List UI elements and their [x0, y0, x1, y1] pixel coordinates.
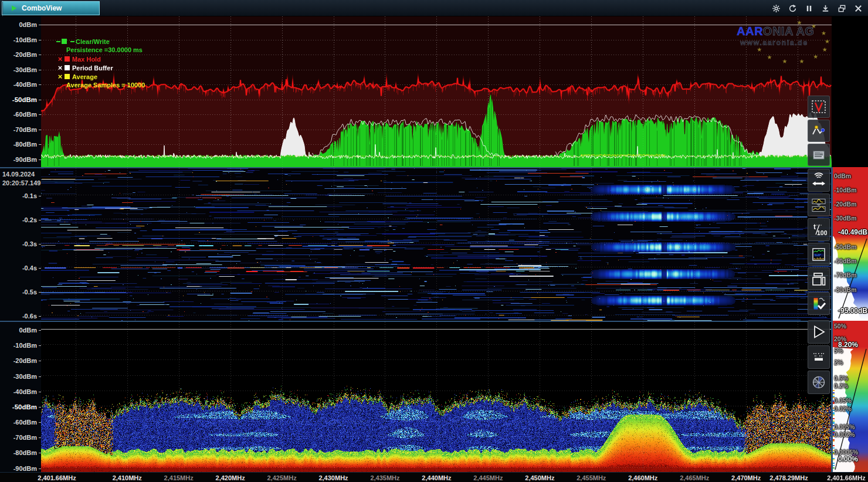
rf-span-button[interactable] — [808, 169, 830, 192]
legend-item-clear-write[interactable]: Clear/Write — [56, 37, 145, 46]
colorbar-tick-label: -50dBm — [834, 243, 857, 250]
waterfall-plot[interactable] — [41, 168, 832, 321]
play-icon — [811, 324, 827, 340]
colorbar-tick-label: 0.05% — [834, 397, 852, 404]
colorbar-tick-label: -10dBm — [834, 186, 857, 194]
pause-icon — [805, 4, 813, 13]
spectrum-y-axis: 0dBm-10dBm-20dBm-30dBm-40dBm-50dBm-60dBm… — [0, 16, 41, 167]
legend-item-max-hold[interactable]: ×Max Hold — [56, 55, 145, 63]
window-layout-button[interactable] — [808, 267, 830, 290]
settings-gear-button[interactable] — [771, 4, 781, 13]
axis-tick-label: -50dBm — [12, 96, 37, 103]
persistence-colorbar[interactable]: 50%20%8.20%5%2%0.5%0.2%0.05%0.02%0.005%0… — [833, 321, 868, 472]
refresh-button[interactable] — [788, 4, 798, 13]
legend-item-period-buffer[interactable]: ×Period Buffer — [56, 63, 145, 72]
axis-tick-label: -0.1s — [22, 192, 37, 199]
legend-table-icon — [811, 147, 827, 163]
persistence-toolbar — [808, 320, 830, 394]
freq-tick-label: 2,435MHz — [370, 474, 399, 481]
combo-view-thumbnail-button[interactable] — [808, 243, 830, 266]
rtsa-suite-window: IQ Power SpectrumFile WriterComboViewCal… — [0, 0, 868, 482]
colormap-check-icon — [811, 296, 827, 312]
waterfall-panel: 14.09.2024 20:20:57.149 -0.1s-0.2s-0.3s-… — [0, 167, 868, 321]
trace-color-swatch — [65, 56, 70, 62]
spectrum-panel: 0dBm-10dBm-20dBm-30dBm-40dBm-50dBm-60dBm… — [0, 16, 868, 167]
legend-label: Max Hold — [72, 56, 101, 63]
window-layout-icon — [811, 271, 827, 287]
restore-window-icon — [838, 4, 846, 13]
eu-star-icon: ★ — [813, 53, 818, 60]
trace-line-sample — [56, 41, 60, 42]
panel-divider — [831, 167, 833, 472]
axis-tick-label: -50dBm — [12, 403, 37, 410]
persistence-y-axis: 0dBm-10dBm-20dBm-30dBm-40dBm-50dBm-60dBm… — [0, 322, 41, 472]
play-button[interactable] — [808, 320, 830, 344]
colorbar-tick-label: -60dBm — [834, 257, 857, 264]
spectrum-plot[interactable] — [41, 16, 832, 167]
close-icon — [854, 4, 863, 13]
colorbar-tick-label: 5% — [834, 347, 843, 354]
tab-label: ComboView — [22, 4, 62, 12]
freq-tick-label: 2,415MHz — [164, 474, 194, 481]
compass-wheel-icon — [811, 374, 827, 391]
waterfall-colorbar[interactable]: 0dBm-10dBm-20dBm-30dBm-40.49dBm-50dBm-60… — [833, 167, 868, 321]
waterfall-timestamp: 14.09.2024 20:20:57.149 — [2, 170, 40, 188]
refresh-icon — [788, 4, 797, 13]
persistence-plot[interactable] — [41, 322, 832, 472]
freq-tick-label: 2,430MHz — [318, 474, 348, 481]
legend-label: Period Buffer — [72, 65, 113, 72]
freq-tick-label: 2,450MHz — [525, 474, 554, 481]
pause-button[interactable] — [804, 4, 814, 13]
colorbar-tick-label: 0.5% — [834, 375, 848, 382]
trace-markers-button[interactable] — [808, 120, 830, 142]
colormap-check-button[interactable] — [808, 292, 830, 315]
freq-tick-label: 2,470MHz — [731, 474, 761, 481]
freq-tick-label: 2,460MHz — [628, 474, 657, 481]
download-button[interactable] — [820, 4, 830, 13]
compass-wheel-button[interactable] — [808, 371, 830, 394]
persistence-view-button[interactable] — [808, 345, 830, 369]
restore-window-button[interactable] — [837, 4, 847, 13]
persistence-view-icon — [811, 349, 827, 365]
marker-select-icon — [811, 99, 827, 115]
freq-tick-label: 2,455MHz — [577, 474, 606, 481]
axis-tick-label: -90dBm — [13, 156, 37, 163]
axis-tick-label: -0.5s — [22, 288, 37, 296]
titlebar: IQ Power SpectrumFile WriterComboViewCal… — [0, 0, 868, 16]
eu-star-icon: ★ — [782, 58, 788, 65]
trace-legend[interactable]: Clear/WritePersistence =30.0000 ms×Max H… — [56, 37, 145, 90]
colorbar-current-value: -40.49dBm — [838, 228, 868, 236]
spectrum-toolbar — [808, 96, 830, 166]
time-divider-100-button[interactable]: t100 — [808, 218, 830, 241]
download-icon — [821, 4, 830, 13]
eu-star-icon: ★ — [757, 46, 762, 53]
colorbar-tick-label: 0.2% — [834, 382, 848, 389]
svg-text:t: t — [813, 223, 816, 231]
colorbar-tick-label: -80dBm — [834, 286, 857, 293]
axis-tick-label: -80dBm — [13, 141, 37, 148]
trace-color-swatch — [62, 39, 67, 44]
freq-tick-label: 2,425MHz — [267, 474, 296, 481]
axis-tick-label: -60dBm — [13, 419, 37, 426]
legend-table-button[interactable] — [808, 144, 830, 166]
legend-sub-label: Persistence =30.0000 ms — [66, 46, 145, 55]
play-icon — [11, 5, 18, 12]
combo-view-thumbnail-icon — [811, 246, 827, 263]
waterfall-time-axis: 14.09.2024 20:20:57.149 -0.1s-0.2s-0.3s-… — [0, 168, 41, 321]
legend-item-average[interactable]: ×Average — [56, 72, 145, 81]
marker-select-button[interactable] — [808, 96, 830, 118]
axis-tick-label: -70dBm — [13, 126, 37, 133]
colorbar-tick-label: 2% — [834, 359, 843, 366]
tab-comboview[interactable]: ComboView — [2, 2, 99, 15]
split-spectra-button[interactable] — [808, 194, 830, 216]
axis-tick-label: -10dBm — [13, 342, 37, 349]
freq-tick-label: 2,410MHz — [113, 474, 142, 481]
svg-text:100: 100 — [817, 229, 827, 236]
eu-star-icon: ★ — [811, 23, 816, 29]
freq-tick-label: 2,420MHz — [216, 474, 245, 481]
colorbar-current-value: -95.00dBm — [838, 307, 868, 315]
trace-disabled-cross-icon: × — [56, 73, 64, 80]
colorbar-tick-label: -70dBm — [834, 271, 857, 279]
aaronia-logo-text: AARONIA AG — [737, 25, 830, 38]
close-button[interactable] — [853, 4, 863, 13]
